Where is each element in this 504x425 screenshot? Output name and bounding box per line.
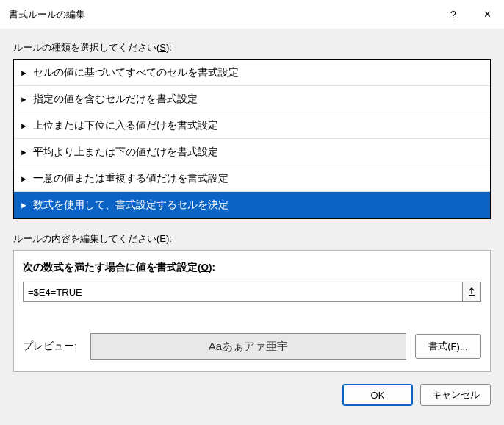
- rule-type-item[interactable]: ►一意の値または重複する値だけを書式設定: [14, 165, 490, 192]
- edit-rule-dialog: 書式ルールの編集 ? ✕ ルールの種類を選択してください(S): ►セルの値に基…: [0, 0, 504, 425]
- chevron-right-icon: ►: [20, 121, 30, 130]
- chevron-right-icon: ►: [20, 201, 30, 210]
- formula-input[interactable]: [23, 282, 462, 302]
- rule-type-label: ルールの種類を選択してください(S):: [13, 41, 491, 54]
- dialog-footer: OK キャンセル: [13, 384, 491, 406]
- formula-row: [23, 282, 481, 302]
- rule-type-item[interactable]: ►指定の値を含むセルだけを書式設定: [14, 86, 490, 113]
- preview-label: プレビュー:: [23, 340, 82, 353]
- rule-type-item[interactable]: ►セルの値に基づいてすべてのセルを書式設定: [14, 60, 490, 86]
- chevron-right-icon: ►: [20, 174, 30, 183]
- cancel-button[interactable]: キャンセル: [420, 384, 491, 406]
- rule-edit-label: ルールの内容を編集してください(E):: [13, 232, 491, 246]
- formula-caption: 次の数式を満たす場合に値を書式設定(O):: [23, 261, 481, 274]
- ok-button[interactable]: OK: [342, 384, 413, 406]
- rule-type-item-label: 上位または下位に入る値だけを書式設定: [33, 119, 218, 132]
- dialog-body: ルールの種類を選択してください(S): ►セルの値に基づいてすべてのセルを書式設…: [0, 29, 504, 425]
- close-button[interactable]: ✕: [470, 0, 504, 29]
- rule-type-item[interactable]: ►上位または下位に入る値だけを書式設定: [14, 113, 490, 139]
- rule-type-item[interactable]: ►平均より上または下の値だけを書式設定: [14, 139, 490, 165]
- rule-type-item-label: 平均より上または下の値だけを書式設定: [33, 146, 218, 159]
- rule-type-item-label: 一意の値または重複する値だけを書式設定: [33, 172, 228, 185]
- rule-type-list[interactable]: ►セルの値に基づいてすべてのセルを書式設定►指定の値を含むセルだけを書式設定►上…: [13, 59, 491, 219]
- chevron-right-icon: ►: [20, 68, 30, 77]
- close-icon: ✕: [483, 9, 492, 20]
- rule-type-item-label: 数式を使用して、書式設定するセルを決定: [33, 199, 228, 212]
- rule-type-item-label: セルの値に基づいてすべてのセルを書式設定: [33, 66, 239, 79]
- rule-type-item-label: 指定の値を含むセルだけを書式設定: [33, 93, 198, 106]
- svg-rect-0: [469, 295, 475, 296]
- help-button[interactable]: ?: [436, 0, 470, 29]
- chevron-right-icon: ►: [20, 148, 30, 157]
- preview-row: プレビュー: Aaあぁアァ亜宇 書式(F)...: [23, 333, 481, 360]
- chevron-right-icon: ►: [20, 95, 30, 104]
- dialog-title: 書式ルールの編集: [9, 8, 436, 21]
- collapse-icon: [467, 288, 476, 296]
- format-button[interactable]: 書式(F)...: [415, 334, 481, 359]
- preview-box: Aaあぁアァ亜宇: [90, 333, 406, 360]
- rule-type-item[interactable]: ►数式を使用して、書式設定するセルを決定: [14, 192, 490, 218]
- titlebar: 書式ルールの編集 ? ✕: [0, 0, 504, 29]
- rule-edit-group: 次の数式を満たす場合に値を書式設定(O): プレビュー: Aaあぁアァ亜宇 書式…: [13, 250, 491, 372]
- collapse-dialog-button[interactable]: [462, 282, 481, 302]
